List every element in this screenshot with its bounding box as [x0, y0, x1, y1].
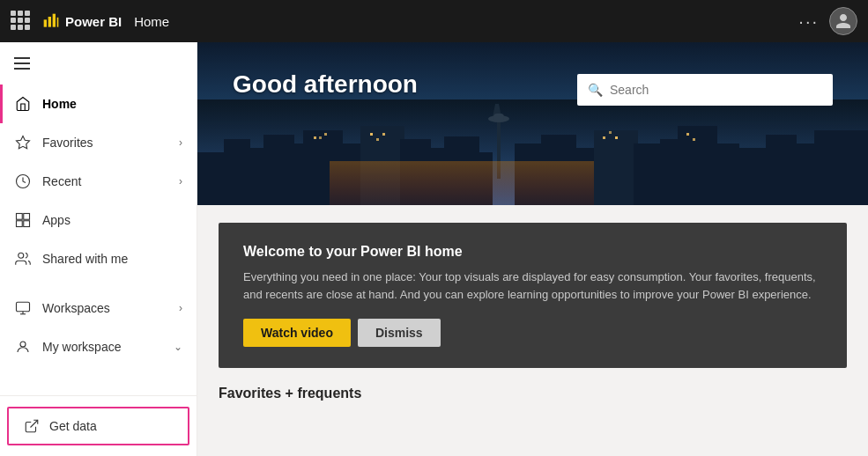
- svg-point-14: [20, 342, 26, 347]
- svg-rect-6: [17, 214, 23, 220]
- watch-video-button[interactable]: Watch video: [243, 319, 351, 347]
- app-launcher-icon[interactable]: [11, 11, 32, 32]
- sidebar-item-label: Favorites: [42, 136, 93, 150]
- search-icon: 🔍: [588, 83, 603, 97]
- my-workspace-icon: [14, 338, 32, 356]
- sidebar-item-workspaces[interactable]: Workspaces ›: [0, 289, 197, 327]
- powerbi-logo: [42, 12, 60, 30]
- chevron-down-icon: ⌄: [174, 341, 182, 353]
- welcome-buttons: Watch video Dismiss: [243, 319, 822, 347]
- search-input[interactable]: [610, 83, 822, 97]
- welcome-description: Everything you need in one place: Your t…: [243, 268, 822, 303]
- svg-rect-1: [48, 17, 51, 27]
- sidebar-item-recent[interactable]: Recent ›: [0, 162, 197, 201]
- star-icon: [14, 134, 32, 151]
- sidebar-item-home[interactable]: Home: [0, 85, 197, 123]
- sidebar-item-favorites[interactable]: Favorites ›: [0, 123, 197, 162]
- workspaces-icon: [14, 299, 32, 317]
- clock-icon: [14, 173, 32, 190]
- sidebar-item-apps[interactable]: Apps: [0, 201, 197, 239]
- svg-rect-11: [17, 302, 30, 312]
- svg-marker-4: [17, 136, 30, 149]
- hero-banner: Good afternoon 🔍: [197, 42, 868, 205]
- chevron-right-icon: ›: [179, 302, 182, 314]
- dismiss-button[interactable]: Dismiss: [358, 319, 441, 347]
- favorites-section: Favorites + frequents: [197, 386, 868, 430]
- hero-content: Good afternoon 🔍: [197, 42, 868, 205]
- search-box[interactable]: 🔍: [577, 74, 833, 106]
- get-data-icon: [23, 417, 41, 435]
- get-data-button[interactable]: Get data: [7, 407, 189, 445]
- sidebar: Home Favorites › Recent: [0, 42, 197, 456]
- sidebar-toggle[interactable]: [0, 42, 197, 85]
- sidebar-item-my-workspace[interactable]: My workspace ⌄: [0, 327, 197, 366]
- sidebar-item-shared[interactable]: Shared with me: [0, 239, 197, 278]
- svg-rect-7: [24, 214, 30, 220]
- svg-point-10: [19, 253, 24, 258]
- favorites-title: Favorites + frequents: [219, 386, 847, 401]
- app-name: Power BI: [65, 14, 122, 29]
- sidebar-item-label: Apps: [42, 213, 70, 227]
- svg-rect-0: [44, 19, 47, 26]
- sidebar-item-label: My workspace: [42, 340, 121, 354]
- welcome-title: Welcome to your Power BI home: [243, 244, 822, 260]
- sidebar-item-label: Workspaces: [42, 301, 110, 315]
- apps-icon: [14, 211, 32, 229]
- home-icon: [14, 95, 32, 113]
- hero-greeting: Good afternoon: [233, 70, 418, 99]
- page-name: Home: [134, 14, 169, 29]
- svg-rect-9: [24, 221, 30, 227]
- avatar-icon: [835, 12, 852, 30]
- sidebar-nav: Home Favorites › Recent: [0, 85, 197, 395]
- welcome-card: Welcome to your Power BI home Everything…: [219, 223, 847, 368]
- user-avatar[interactable]: [829, 7, 857, 35]
- sidebar-bottom: Get data: [0, 395, 197, 456]
- chevron-right-icon: ›: [179, 175, 182, 188]
- sidebar-item-label: Home: [42, 97, 77, 111]
- get-data-label: Get data: [49, 419, 97, 433]
- sidebar-item-label: Recent: [42, 174, 81, 188]
- brand: Power BI Home: [42, 12, 169, 30]
- hamburger-icon: [14, 57, 30, 70]
- sidebar-item-label: Shared with me: [42, 252, 128, 266]
- svg-rect-2: [53, 14, 56, 27]
- svg-rect-3: [57, 18, 59, 27]
- more-options-icon[interactable]: ···: [798, 11, 819, 32]
- content-area: Good afternoon 🔍 Welcome to your Power B…: [197, 42, 868, 456]
- topbar: Power BI Home ···: [0, 0, 868, 42]
- svg-rect-8: [17, 221, 23, 227]
- chevron-right-icon: ›: [179, 136, 182, 149]
- shared-icon: [14, 250, 32, 268]
- main-layout: Home Favorites › Recent: [0, 42, 868, 456]
